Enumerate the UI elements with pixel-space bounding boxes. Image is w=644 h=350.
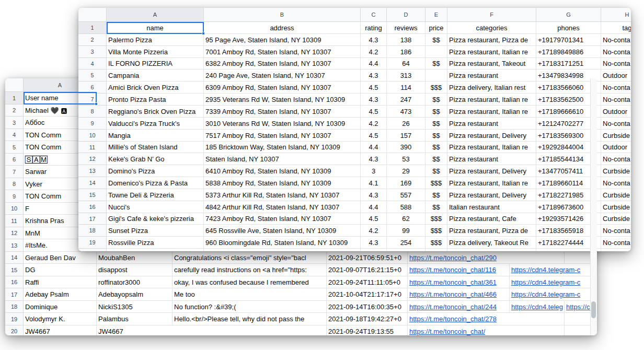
front-col-header-F[interactable]: F bbox=[447, 8, 536, 22]
front-cell-D6[interactable]: 114 bbox=[387, 81, 426, 94]
back-cell-A14[interactable]: Geraud Ben Dav bbox=[24, 252, 97, 264]
front-cell-F4[interactable]: Pizza restaurant, Takeout bbox=[447, 58, 536, 69]
front-row-header-9[interactable]: 9 bbox=[78, 118, 107, 130]
front-cell-A10[interactable]: Mangia bbox=[107, 130, 204, 142]
front-cell-E7[interactable]: $$ bbox=[426, 94, 447, 106]
front-cell-F16[interactable]: Italian restaurant bbox=[447, 201, 536, 213]
front-cell-D14[interactable]: 169 bbox=[387, 177, 426, 189]
front-cell-E9[interactable]: $$ bbox=[426, 118, 447, 130]
front-cell-B2[interactable]: 95 Page Ave, Staten Island, NY 10309 bbox=[204, 34, 361, 46]
front-row-header-13[interactable]: 13 bbox=[78, 165, 107, 177]
back-row-header-6[interactable]: 6 bbox=[5, 154, 24, 166]
back-cell-F15[interactable]: https://cdn4.telegram-c bbox=[510, 264, 565, 276]
back-corner-cell[interactable] bbox=[5, 78, 24, 92]
front-cell-C5[interactable]: 4.3 bbox=[361, 69, 387, 81]
front-cell-H3[interactable]: No-conta bbox=[601, 46, 631, 58]
front-cell-B9[interactable]: 3010 Veterans Rd W, Staten Island, NY 10… bbox=[204, 118, 361, 130]
front-cell-B7[interactable]: 2935 Veterans Rd W, Staten Island, NY 10… bbox=[204, 94, 361, 106]
front-cell-D5[interactable]: 313 bbox=[387, 69, 426, 81]
back-row-header-18[interactable]: 18 bbox=[5, 301, 24, 313]
front-cell-C14[interactable]: 4.1 bbox=[361, 177, 387, 189]
front-cell-D8[interactable]: 473 bbox=[387, 106, 426, 118]
front-cell-F11[interactable]: Pizza restaurant, Italian re bbox=[447, 142, 536, 153]
front-cell-B19[interactable]: 960 Bloomingdale Rd, Staten Island, NY 1… bbox=[204, 237, 361, 249]
back-cell-B19[interactable]: Palambus bbox=[97, 313, 172, 325]
front-cell-H16[interactable]: Curbside bbox=[601, 201, 631, 213]
front-cell-B15[interactable]: 5373 Arthur Kill Rd, Staten Island, NY 1… bbox=[204, 189, 361, 201]
front-cell-D17[interactable]: 62 bbox=[387, 213, 426, 225]
back-cell-D18[interactable]: 2021-09-14T16:00:35+0 bbox=[327, 301, 408, 313]
front-col-header-A[interactable]: A bbox=[107, 8, 204, 22]
front-cell-C19[interactable]: 4.3 bbox=[361, 237, 387, 249]
front-cell-F5[interactable]: Pizza restaurant bbox=[447, 69, 536, 81]
front-cell-E4[interactable]: $$ bbox=[426, 58, 447, 69]
back-cell-E16[interactable]: https://t.me/toncoin_chat/361 bbox=[408, 276, 510, 288]
front-cell-H4[interactable]: No-conta bbox=[601, 58, 631, 69]
front-cell-A11[interactable]: Millie's of Staten Island bbox=[107, 142, 204, 153]
front-cell-C6[interactable]: 4.5 bbox=[361, 81, 387, 94]
front-cell-D12[interactable]: 53 bbox=[387, 153, 426, 165]
front-row-header-10[interactable]: 10 bbox=[78, 130, 107, 142]
front-col-header-E[interactable]: E bbox=[426, 8, 447, 22]
front-fill-handle[interactable] bbox=[202, 32, 205, 35]
back-cell-A19[interactable]: Volodymyr K. bbox=[24, 313, 97, 325]
back-cell-A20[interactable]: JW4667 bbox=[24, 325, 97, 335]
front-cell-E1[interactable]: price bbox=[426, 22, 447, 34]
front-cell-B6[interactable]: 6309 Amboy Rd, Staten Island, NY 10307 bbox=[204, 81, 361, 94]
front-corner-cell[interactable] bbox=[78, 8, 107, 22]
back-cell-D19[interactable]: 2021-09-18T19:42:27+0 bbox=[327, 313, 408, 325]
back-cell-E14[interactable]: https://t.me/toncoin_chat/290 bbox=[408, 252, 510, 264]
front-cell-F18[interactable]: Pizza restaurant, Pizza de bbox=[447, 225, 536, 237]
back-row-header-9[interactable]: 9 bbox=[5, 190, 24, 203]
back-cell-C20[interactable] bbox=[172, 325, 327, 335]
front-cell-C1[interactable]: rating bbox=[361, 22, 387, 34]
back-cell-C16[interactable]: okay, I was confused because I remembere… bbox=[172, 276, 327, 288]
back-cell-C19[interactable]: Hello.<br/>Please tell, why did not pass… bbox=[172, 313, 327, 325]
front-cell-E20[interactable]: $$ bbox=[426, 249, 447, 251]
back-vertical-scrollbar[interactable] bbox=[590, 78, 597, 335]
front-cell-A7[interactable]: Pronto Pizza Pasta bbox=[107, 94, 204, 106]
front-cell-G4[interactable]: +17183171251 bbox=[536, 58, 601, 69]
front-cell-D3[interactable]: 186 bbox=[387, 46, 426, 58]
front-cell-D16[interactable]: 588 bbox=[387, 201, 426, 213]
front-cell-D4[interactable]: 64 bbox=[387, 58, 426, 69]
back-cell-C17[interactable]: Me too bbox=[172, 288, 327, 301]
back-cell-F14[interactable] bbox=[510, 252, 565, 264]
front-cell-B1[interactable]: address bbox=[204, 22, 361, 34]
back-row-header-2[interactable]: 2 bbox=[5, 104, 24, 116]
front-cell-A3[interactable]: Villa Monte Pizzeria bbox=[107, 46, 204, 58]
front-cell-E19[interactable]: $$$ bbox=[426, 237, 447, 249]
back-row-header-12[interactable]: 12 bbox=[5, 227, 24, 239]
back-cell-D17[interactable]: 2021-10-04T21:17:17+0 bbox=[327, 288, 408, 301]
front-cell-F10[interactable]: Pizza restaurant, Delivery bbox=[447, 130, 536, 142]
front-cell-H9[interactable]: No-conta bbox=[601, 118, 631, 130]
back-row-header-17[interactable]: 17 bbox=[5, 288, 24, 301]
front-cell-A20[interactable]: Pinela Pizzeria bbox=[107, 249, 204, 251]
front-cell-C17[interactable]: 4.5 bbox=[361, 213, 387, 225]
front-cell-G2[interactable]: +19179701341 bbox=[536, 34, 601, 46]
front-row-header-19[interactable]: 19 bbox=[78, 237, 107, 249]
front-cell-A5[interactable]: Campania bbox=[107, 69, 204, 81]
front-cell-B20[interactable]: 1906 Rossville Ave, Staten Island, NY 10… bbox=[204, 249, 361, 251]
front-row-header-16[interactable]: 16 bbox=[78, 201, 107, 213]
front-cell-C3[interactable]: 4.2 bbox=[361, 46, 387, 58]
front-cell-F8[interactable]: Pizza restaurant, Italian re bbox=[447, 106, 536, 118]
front-cell-H15[interactable]: Curbside bbox=[601, 189, 631, 201]
back-cell-A17[interactable]: Adebay Psalm bbox=[24, 288, 97, 301]
front-cell-F7[interactable]: Pizza restaurant, Italian re bbox=[447, 94, 536, 106]
back-cell-E19[interactable]: https://t.me/toncoin_chat/278 bbox=[408, 313, 510, 325]
back-cell-C14[interactable]: Congratulations <i class="emoji" style="… bbox=[172, 252, 327, 264]
front-cell-A12[interactable]: Keke's Grab N' Go bbox=[107, 153, 204, 165]
front-cell-A14[interactable]: Domenico's Pizza & Pasta bbox=[107, 177, 204, 189]
back-cell-F17[interactable]: https://cdn4.telegram-c bbox=[510, 288, 565, 301]
back-row-header-13[interactable]: 13 bbox=[5, 239, 24, 252]
front-cell-D11[interactable]: 390 bbox=[387, 142, 426, 153]
front-row-header-2[interactable]: 2 bbox=[78, 34, 107, 46]
front-row-header-15[interactable]: 15 bbox=[78, 189, 107, 201]
front-cell-B5[interactable]: 240 Page Ave, Staten Island, NY 10307 bbox=[204, 69, 361, 81]
back-cell-B16[interactable]: roffinator3000 bbox=[97, 276, 172, 288]
front-cell-D10[interactable]: 157 bbox=[387, 130, 426, 142]
front-cell-F19[interactable]: Pizza delivery, Takeout Re bbox=[447, 237, 536, 249]
front-col-header-D[interactable]: D bbox=[387, 8, 426, 22]
front-cell-C15[interactable]: 4.3 bbox=[361, 189, 387, 201]
